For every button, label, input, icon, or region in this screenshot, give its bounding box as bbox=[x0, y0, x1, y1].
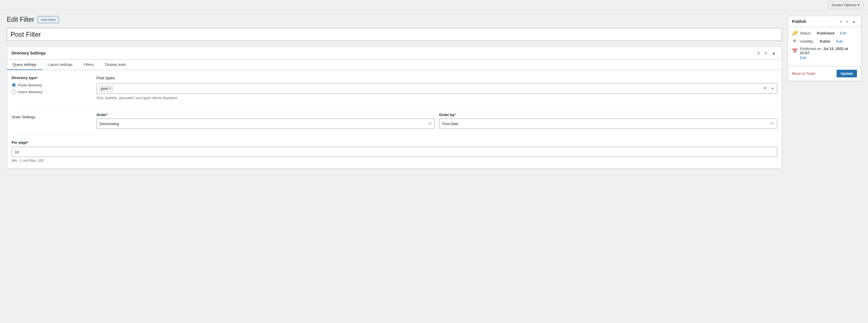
publish-header-btns: ∧ ∨ ▲ bbox=[838, 19, 857, 24]
publish-footer: Move to Trash Update bbox=[788, 66, 861, 81]
multiselect-actions: ✕ ▾ bbox=[762, 85, 775, 91]
post-types-hint: Only "publicly_queryable" post types wil… bbox=[96, 96, 777, 100]
visibility-value: Public bbox=[820, 39, 831, 43]
publish-status-row: 🔑 Status: Published Edit bbox=[792, 31, 857, 36]
order-select[interactable]: Descending Ascending bbox=[96, 118, 435, 129]
tab-filters[interactable]: Filters bbox=[78, 60, 99, 70]
publish-collapse-down-button[interactable]: ∨ bbox=[844, 19, 849, 24]
chevron-down-icon: ∨ bbox=[764, 50, 768, 55]
post-types-col: Post types post × ✕ ▾ bbox=[96, 76, 777, 100]
status-label: Status: bbox=[800, 31, 811, 35]
screen-options-button[interactable]: Screen Options ▾ bbox=[828, 1, 864, 8]
order-by-field: Order by* Post Date Post Title Post ID bbox=[439, 113, 777, 129]
status-value: Published bbox=[817, 31, 834, 35]
main-content: Edit Filter Add New Directory Settings ∧… bbox=[0, 10, 868, 174]
tab-display-texts[interactable]: Display texts bbox=[99, 60, 132, 70]
order-fields-col: Order* Descending Ascending Order bbox=[96, 113, 777, 129]
published-on-date: Jul 12, 2022 at 11:57 bbox=[800, 46, 848, 55]
post-types-heading: Post types bbox=[96, 76, 777, 80]
panel-collapse-up-button[interactable]: ∧ bbox=[756, 50, 762, 56]
post-type-tag: post × bbox=[99, 85, 113, 92]
top-bar: Screen Options ▾ bbox=[0, 0, 868, 10]
post-title-box bbox=[7, 28, 782, 41]
panel-header: Directory Settings ∧ ∨ ▲ bbox=[7, 47, 782, 60]
move-to-trash-button[interactable]: Move to Trash bbox=[792, 71, 815, 76]
page-title-row: Edit Filter Add New bbox=[7, 16, 782, 24]
published-on-edit-link[interactable]: Edit bbox=[800, 56, 857, 60]
add-new-button[interactable]: Add New bbox=[38, 16, 59, 23]
order-by-select[interactable]: Post Date Post Title Post ID bbox=[439, 118, 777, 129]
required-star: * bbox=[36, 76, 38, 80]
order-field: Order* Descending Ascending bbox=[96, 113, 435, 129]
lock-icon: 🔑 bbox=[792, 31, 798, 36]
order-required-star: * bbox=[106, 113, 108, 117]
tab-query-settings[interactable]: Query settings bbox=[7, 60, 42, 70]
status-edit-link[interactable]: Edit bbox=[840, 31, 846, 35]
tab-layout-settings[interactable]: Layout settings bbox=[42, 60, 78, 70]
radio-users-directory-label: Users directory bbox=[18, 90, 42, 94]
visibility-edit-link[interactable]: Edit bbox=[836, 39, 842, 43]
panel-body: Directory type* Posts directory Users di… bbox=[7, 70, 782, 168]
chevron-up-icon: ∧ bbox=[757, 50, 760, 55]
sidebar: Publish ∧ ∨ ▲ 🔑 Status: bbox=[788, 16, 861, 81]
calendar-icon: 📅 bbox=[792, 48, 798, 53]
per-page-input[interactable] bbox=[11, 147, 777, 157]
publish-date-row: 📅 Published on: Jul 12, 2022 at 11:57 Ed… bbox=[792, 46, 857, 60]
per-page-label: Per page* bbox=[11, 140, 777, 145]
publish-collapse-up-button[interactable]: ∧ bbox=[838, 19, 843, 24]
panel-collapse-down-button[interactable]: ∨ bbox=[763, 50, 769, 56]
eye-icon: 👁 bbox=[792, 39, 798, 44]
radio-posts-directory[interactable]: Posts directory bbox=[11, 83, 91, 87]
multiselect-dropdown-button[interactable]: ▾ bbox=[771, 86, 775, 91]
post-types-multiselect[interactable]: post × ✕ ▾ bbox=[96, 83, 777, 94]
publish-chevron-down-icon: ∨ bbox=[846, 19, 848, 24]
panel-title: Directory Settings bbox=[11, 51, 46, 55]
publish-panel: Publish ∧ ∨ ▲ 🔑 Status: bbox=[788, 16, 861, 81]
multiselect-clear-button[interactable]: ✕ bbox=[762, 86, 768, 91]
directory-type-col: Directory type* Posts directory Users di… bbox=[11, 76, 91, 100]
order-by-required-star: * bbox=[454, 113, 456, 117]
update-button[interactable]: Update bbox=[837, 70, 857, 77]
radio-users-directory-input[interactable] bbox=[11, 89, 16, 94]
publish-title: Publish bbox=[792, 19, 806, 24]
tab-filters-label: Filters bbox=[84, 62, 94, 67]
radio-posts-directory-input[interactable] bbox=[11, 83, 16, 87]
publish-panel-header: Publish ∧ ∨ ▲ bbox=[788, 16, 861, 27]
screen-options-arrow-icon: ▾ bbox=[858, 3, 860, 7]
publish-chevron-up-icon: ∧ bbox=[839, 19, 842, 24]
per-page-hint: Min: -1 and Max: 100 bbox=[11, 159, 777, 163]
screen-options-label: Screen Options bbox=[831, 3, 857, 7]
order-by-label: Order by* bbox=[439, 113, 777, 117]
publish-visibility-row: 👁 Visibility: Public Edit bbox=[792, 39, 857, 44]
per-page-required-star: * bbox=[27, 140, 29, 145]
two-col-layout: Directory type* Posts directory Users di… bbox=[11, 76, 777, 100]
tag-remove-button[interactable]: × bbox=[109, 87, 111, 90]
published-on-label: Published on: Jul 12, 2022 at 11:57 bbox=[800, 46, 857, 55]
tabs-row: Query settings Layout settings Filters D… bbox=[7, 60, 782, 70]
publish-triangle-icon: ▲ bbox=[852, 19, 856, 24]
panel-toggle-button[interactable]: ▲ bbox=[771, 50, 777, 56]
radio-users-directory[interactable]: Users directory bbox=[11, 89, 91, 94]
directory-type-label: Directory type* bbox=[11, 76, 91, 80]
order-settings-row: Order Settings Order* Descending Ascendi… bbox=[11, 113, 777, 129]
publish-date-content: 📅 Published on: Jul 12, 2022 at 11:57 bbox=[792, 46, 857, 55]
tab-display-texts-label: Display texts bbox=[105, 62, 126, 67]
order-settings-section: Order Settings Order* Descending Ascendi… bbox=[11, 107, 777, 129]
post-title-input[interactable] bbox=[7, 28, 782, 41]
publish-body: 🔑 Status: Published Edit 👁 Visibility: P… bbox=[788, 27, 861, 66]
tab-layout-settings-label: Layout settings bbox=[48, 62, 72, 67]
panel-controls: ∧ ∨ ▲ bbox=[756, 50, 777, 56]
directory-settings-panel: Directory Settings ∧ ∨ ▲ Query settings bbox=[7, 46, 782, 169]
radio-posts-directory-label: Posts directory bbox=[18, 83, 42, 87]
order-settings-label: Order Settings bbox=[11, 113, 91, 119]
publish-toggle-button[interactable]: ▲ bbox=[851, 19, 857, 24]
content-area: Edit Filter Add New Directory Settings ∧… bbox=[7, 16, 782, 169]
visibility-label: Visibility: bbox=[800, 39, 814, 43]
per-page-section: Per page* Min: -1 and Max: 100 bbox=[11, 134, 777, 163]
tag-label: post bbox=[101, 86, 108, 91]
tab-query-settings-label: Query settings bbox=[13, 62, 36, 67]
triangle-icon: ▲ bbox=[772, 50, 776, 55]
radio-group: Posts directory Users directory bbox=[11, 83, 91, 94]
order-label: Order* bbox=[96, 113, 435, 117]
page-title: Edit Filter bbox=[7, 16, 34, 24]
